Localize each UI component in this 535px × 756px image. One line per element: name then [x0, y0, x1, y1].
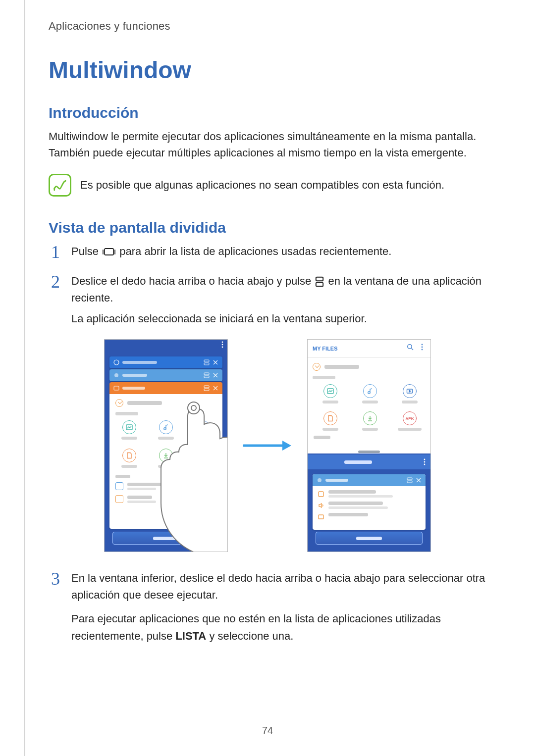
- split-handle: [358, 451, 380, 453]
- steps-list: 1 Pulse para abrir la lista de aplicacio…: [49, 243, 486, 327]
- text-fragment: Deslice el dedo hacia arriba o hacia aba…: [71, 275, 314, 287]
- svg-point-21: [408, 345, 412, 349]
- page-binding-edge: [24, 0, 25, 756]
- figure-phone-right: MY FILES APK: [307, 339, 431, 552]
- svg-point-24: [422, 349, 423, 351]
- text-fragment: La aplicación seleccionada se iniciará e…: [71, 312, 367, 325]
- close-icon: [213, 385, 218, 391]
- close-all-button: [316, 532, 423, 545]
- images-icon: [323, 384, 337, 398]
- downloads-icon: [363, 411, 377, 425]
- svg-rect-32: [407, 478, 412, 480]
- top-app-pane: MY FILES APK: [308, 340, 430, 454]
- downloads-icon: [159, 449, 173, 462]
- svg-rect-13: [204, 386, 209, 388]
- video-icon: [196, 420, 210, 434]
- text-fragment: y seleccione una.: [206, 630, 293, 642]
- svg-point-29: [424, 461, 426, 463]
- recent-card-active: APK: [109, 382, 222, 529]
- step-1: 1 Pulse para abrir la lista de aplicacio…: [49, 243, 486, 261]
- arrow-right-icon: [243, 439, 292, 453]
- breadcrumb: Aplicaciones y funciones: [49, 20, 486, 33]
- svg-point-28: [424, 459, 426, 460]
- splitview-icon: [407, 477, 413, 483]
- note-block: Es posible que algunas aplicaciones no s…: [49, 174, 486, 197]
- recent-card: [313, 474, 426, 530]
- svg-rect-12: [114, 386, 119, 390]
- clock-icon: [313, 363, 321, 371]
- section-heading-splitview: Vista de pantalla dividida: [49, 219, 486, 236]
- figure-phone-left: APK: [104, 339, 228, 552]
- status-bar: [105, 340, 227, 350]
- step-3: 3 En la ventana inferior, deslice el ded…: [49, 570, 486, 644]
- note-icon: [49, 174, 71, 197]
- more-icon: [419, 344, 426, 351]
- page-content: Aplicaciones y funciones Multiwindow Int…: [0, 0, 535, 645]
- step-text: Deslice el dedo hacia arriba o hacia aba…: [71, 273, 486, 327]
- step-2: 2 Deslice el dedo hacia arriba o hacia a…: [49, 273, 486, 327]
- internal-storage-icon: [115, 482, 123, 490]
- clock-icon: [115, 399, 123, 407]
- recent-card: [109, 369, 222, 381]
- svg-rect-2: [316, 283, 323, 287]
- apk-icon: APK: [196, 449, 210, 462]
- search-icon: [407, 344, 414, 351]
- apk-icon: APK: [403, 411, 417, 425]
- bottom-recents-pane: [308, 469, 430, 552]
- close-icon: [416, 477, 422, 483]
- svg-rect-8: [204, 363, 209, 365]
- images-icon: [122, 420, 136, 434]
- intro-paragraph: Multiwindow le permite ejecutar dos apli…: [49, 128, 486, 161]
- text-fragment: En la ventana inferior, deslice el dedo …: [71, 572, 485, 601]
- documents-icon: [122, 449, 136, 462]
- step-text: En la ventana inferior, deslice el dedo …: [71, 570, 486, 644]
- figure-split-screen: APK: [49, 339, 486, 552]
- connections-icon: [318, 491, 324, 498]
- svg-point-23: [422, 347, 423, 348]
- page-title: Multiwindow: [49, 56, 486, 84]
- more-apps-bar: [308, 454, 430, 469]
- svg-rect-10: [204, 373, 209, 375]
- svg-rect-1: [316, 277, 323, 281]
- close-icon: [213, 372, 218, 378]
- section-heading-introduccion: Introducción: [49, 104, 486, 121]
- svg-point-4: [222, 344, 223, 346]
- app-title: MY FILES: [313, 346, 338, 352]
- video-icon: [403, 384, 417, 398]
- sd-card-icon: [115, 495, 123, 503]
- sound-icon: [318, 502, 324, 509]
- splitview-icon: [204, 359, 210, 365]
- recent-card: [109, 356, 222, 368]
- splitview-icon: [204, 385, 210, 391]
- svg-rect-7: [204, 360, 209, 362]
- svg-point-30: [424, 464, 426, 465]
- svg-rect-14: [204, 389, 209, 391]
- text-bold: LISTA: [175, 630, 206, 642]
- audio-icon: [159, 420, 173, 434]
- note-text: Es posible que algunas aplicaciones no s…: [80, 179, 444, 192]
- svg-point-22: [422, 344, 423, 346]
- text-fragment: Pulse: [71, 245, 102, 257]
- svg-rect-34: [319, 492, 323, 497]
- splitview-icon: [204, 372, 210, 378]
- svg-point-3: [222, 342, 223, 343]
- svg-point-6: [114, 360, 119, 365]
- svg-rect-11: [204, 376, 209, 378]
- close-icon: [213, 359, 218, 365]
- svg-rect-0: [105, 249, 113, 255]
- splitview-icon: [315, 276, 324, 287]
- more-icon: [424, 458, 426, 465]
- svg-rect-35: [319, 515, 323, 519]
- svg-point-31: [318, 478, 321, 482]
- text-fragment: para abrir la lista de aplicaciones usad…: [119, 245, 391, 257]
- step-number: 1: [49, 243, 62, 261]
- recents-button-icon: [103, 247, 115, 257]
- close-all-button: [112, 532, 219, 545]
- svg-point-5: [222, 347, 223, 348]
- step-number: 3: [49, 570, 62, 644]
- svg-point-9: [114, 373, 118, 377]
- page-number: 74: [0, 725, 535, 736]
- steps-list-continued: 3 En la ventana inferior, deslice el ded…: [49, 570, 486, 644]
- notifications-icon: [318, 513, 324, 520]
- step-number: 2: [49, 273, 62, 327]
